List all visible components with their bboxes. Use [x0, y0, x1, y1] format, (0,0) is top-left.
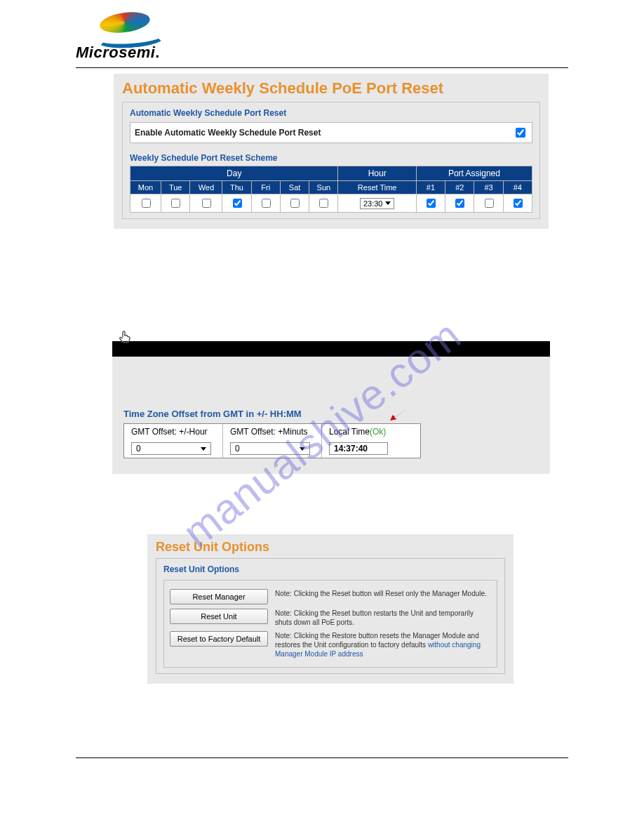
- th-hour-group: Hour: [338, 166, 416, 181]
- weekly-schedule-table: Day Hour Port Assigned Mon Tue Wed Thu F…: [130, 166, 532, 213]
- reset-unit-note: Note: Clicking the Reset button restarts…: [275, 609, 491, 627]
- tz-col2-label: GMT Offset: +Minuts: [223, 424, 322, 439]
- th-port-3: #3: [474, 181, 503, 194]
- footer-divider: [76, 757, 568, 758]
- tz-col3-text: Local Time: [329, 427, 370, 437]
- port-4-checkbox[interactable]: [514, 199, 523, 208]
- reset-time-select[interactable]: 23:30: [360, 198, 395, 209]
- th-thu: Thu: [222, 181, 251, 194]
- day-thu-checkbox[interactable]: [233, 199, 242, 208]
- red-arrow-icon: [390, 408, 408, 423]
- gmt-hour-value: 0: [136, 444, 141, 454]
- day-wed-checkbox[interactable]: [202, 199, 211, 208]
- reset-factory-note: Note: Clicking the Restore button resets…: [275, 631, 491, 658]
- reset-time-value: 23:30: [363, 199, 383, 208]
- th-port-1: #1: [416, 181, 445, 194]
- brand-logo: Microsemi.: [0, 0, 644, 67]
- pointing-hand-icon: [116, 329, 133, 345]
- th-port-4: #4: [503, 181, 532, 194]
- th-mon: Mon: [130, 181, 161, 194]
- chevron-down-icon: [201, 447, 206, 451]
- th-tue: Tue: [161, 181, 190, 194]
- day-mon-checkbox[interactable]: [142, 199, 151, 208]
- day-sun-checkbox[interactable]: [319, 199, 328, 208]
- th-reset-time: Reset Time: [338, 181, 416, 194]
- panel1-legend: Automatic Weekly Schedule Port Reset: [130, 108, 532, 118]
- gmt-min-select[interactable]: 0: [230, 442, 310, 455]
- chevron-down-icon: [385, 201, 391, 205]
- schedule-row: 23:30: [130, 194, 532, 213]
- reset-unit-button[interactable]: Reset Unit: [170, 609, 268, 624]
- brand-swoosh-icon: [95, 13, 157, 44]
- panel1-fieldset: Automatic Weekly Schedule Port Reset Ena…: [122, 102, 540, 219]
- th-port-2: #2: [445, 181, 474, 194]
- brand-dot: .: [155, 44, 160, 61]
- svg-marker-0: [390, 408, 408, 421]
- tz-col1-label: GMT Offset: +/-Hour: [124, 424, 223, 439]
- tz-col3-label: Local Time(Ok): [322, 424, 420, 439]
- enable-auto-reset-label: Enable Automatic Weekly Schedule Port Re…: [135, 128, 321, 138]
- chevron-down-icon: [300, 447, 305, 451]
- reset-options-panel: Reset Unit Options Reset Unit Options Re…: [147, 534, 514, 684]
- reset-manager-note: Note: Clicking the Reset button will Res…: [275, 589, 491, 598]
- panel2-titlebar: [112, 341, 550, 357]
- enable-auto-reset-checkbox[interactable]: [516, 128, 525, 138]
- gmt-min-value: 0: [235, 444, 240, 454]
- th-fri: Fri: [251, 181, 280, 194]
- reset-row: Reset Unit Note: Clicking the Reset butt…: [170, 609, 491, 627]
- tz-box: GMT Offset: +/-Hour GMT Offset: +Minuts …: [123, 423, 421, 458]
- day-fri-checkbox[interactable]: [262, 199, 271, 208]
- panel3-inner: Reset Manager Note: Clicking the Reset b…: [163, 580, 497, 668]
- day-tue-checkbox[interactable]: [171, 199, 180, 208]
- reset-row: Reset Manager Note: Clicking the Reset b…: [170, 589, 491, 604]
- gmt-hour-select[interactable]: 0: [131, 442, 211, 455]
- timezone-panel-outer: Time Zone Offset from GMT in +/- HH:MM G…: [112, 341, 550, 474]
- port-2-checkbox[interactable]: [455, 199, 464, 208]
- th-sun: Sun: [309, 181, 338, 194]
- reset-row: Reset to Factory Default Note: Clicking …: [170, 631, 491, 658]
- th-sat: Sat: [280, 181, 309, 194]
- th-wed: Wed: [190, 181, 222, 194]
- port-3-checkbox[interactable]: [485, 199, 494, 208]
- header-divider: [76, 67, 568, 68]
- reset-factory-button[interactable]: Reset to Factory Default: [170, 631, 268, 647]
- panel3-title: Reset Unit Options: [156, 540, 505, 555]
- day-sat-checkbox[interactable]: [290, 199, 300, 208]
- tz-ok-text: (Ok): [370, 427, 386, 437]
- panel1-title: Automatic Weekly Schedule PoE Port Reset: [122, 79, 540, 98]
- local-time-value: 14:37:40: [329, 442, 388, 455]
- panel1-sublegend: Weekly Schedule Port Reset Scheme: [130, 153, 532, 163]
- reset-manager-button[interactable]: Reset Manager: [170, 589, 268, 604]
- enable-auto-reset-row[interactable]: Enable Automatic Weekly Schedule Port Re…: [130, 122, 532, 143]
- panel3-legend: Reset Unit Options: [163, 564, 497, 574]
- weekly-schedule-panel: Automatic Weekly Schedule PoE Port Reset…: [114, 74, 549, 229]
- port-1-checkbox[interactable]: [427, 199, 436, 208]
- th-day-group: Day: [130, 166, 338, 181]
- th-ports-group: Port Assigned: [416, 166, 532, 181]
- panel3-fieldset: Reset Unit Options Reset Manager Note: C…: [156, 558, 505, 674]
- timezone-panel: Time Zone Offset from GMT in +/- HH:MM G…: [112, 357, 550, 474]
- tz-title: Time Zone Offset from GMT in +/- HH:MM: [123, 409, 539, 419]
